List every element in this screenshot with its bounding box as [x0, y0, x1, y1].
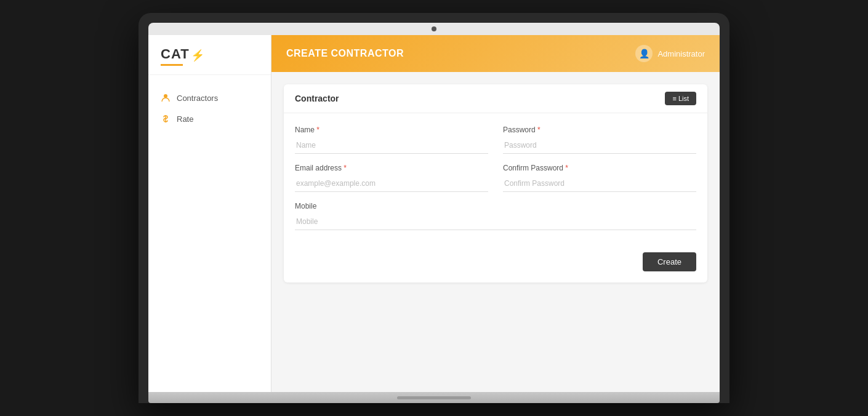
card-header: Contractor ≡ List [284, 84, 707, 113]
main-area: CREATE CONTRACTOR 👤 Administrator Contra… [271, 35, 720, 392]
email-label: Email address * [295, 164, 488, 172]
email-input[interactable] [295, 175, 488, 192]
password-field-group: Password * [503, 126, 696, 154]
trackpad-bar [397, 396, 471, 399]
avatar: 👤 [635, 45, 653, 62]
person-icon [161, 93, 171, 103]
password-label: Password * [503, 126, 696, 134]
logo-text: CAT [161, 46, 190, 62]
confirm-password-input[interactable] [503, 175, 696, 192]
sidebar-nav: Contractors Rate [148, 75, 271, 142]
sidebar-logo: CAT ⚡ [148, 35, 271, 75]
password-input[interactable] [503, 137, 696, 154]
rate-label: Rate [177, 114, 193, 124]
top-header: CREATE CONTRACTOR 👤 Administrator [271, 35, 720, 72]
confirm-password-label: Confirm Password * [503, 164, 696, 172]
card-body: Name * Password * [284, 113, 707, 242]
contractors-label: Contractors [177, 94, 218, 103]
sidebar-item-rate[interactable]: Rate [148, 108, 271, 129]
mobile-input[interactable] [295, 214, 696, 230]
name-field-group: Name * [295, 126, 488, 154]
form-actions: Create [284, 242, 707, 282]
sidebar: CAT ⚡ Contractors [148, 35, 271, 392]
create-button[interactable]: Create [643, 252, 696, 271]
logo-icon: ⚡ [191, 49, 204, 62]
mobile-label: Mobile [295, 202, 696, 210]
logo-underline [161, 64, 183, 66]
app-container: CAT ⚡ Contractors [148, 35, 720, 392]
list-button[interactable]: ≡ List [665, 92, 696, 105]
card-title: Contractor [295, 94, 339, 103]
laptop-frame: CAT ⚡ Contractors [139, 13, 729, 403]
laptop-bottom [148, 392, 720, 403]
sidebar-item-contractors[interactable]: Contractors [148, 87, 271, 108]
form-grid: Name * Password * [295, 126, 696, 230]
name-input[interactable] [295, 137, 488, 154]
contractor-card: Contractor ≡ List Name * [284, 84, 707, 282]
confirm-password-field-group: Confirm Password * [503, 164, 696, 192]
mobile-field-group: Mobile [295, 202, 696, 230]
user-name: Administrator [657, 49, 705, 58]
page-title: CREATE CONTRACTOR [286, 48, 404, 59]
camera-notch [432, 26, 436, 31]
dollar-icon [161, 114, 171, 124]
name-label: Name * [295, 126, 488, 134]
email-field-group: Email address * [295, 164, 488, 192]
laptop-screen: CAT ⚡ Contractors [148, 23, 720, 392]
user-info: 👤 Administrator [635, 45, 705, 62]
content-area: Contractor ≡ List Name * [271, 72, 720, 392]
svg-point-0 [164, 94, 167, 98]
